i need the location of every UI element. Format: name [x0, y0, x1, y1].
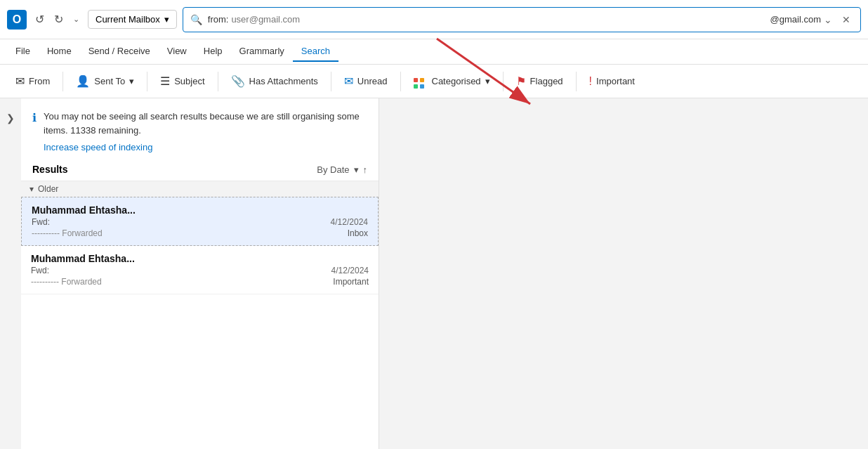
search-icon: 🔍 — [190, 14, 202, 25]
attachment-icon: 📎 — [231, 74, 245, 88]
has-attachments-label: Has Attachments — [249, 76, 318, 86]
results-label: Results — [32, 164, 68, 175]
email-folder-1: Inbox — [348, 228, 368, 238]
group-collapse-icon: ▾ — [29, 184, 34, 194]
sent-to-person-icon: 👤 — [76, 74, 90, 88]
sent-to-chevron-icon: ▾ — [129, 76, 134, 86]
menu-item-search[interactable]: Search — [293, 41, 338, 62]
categorised-chevron-icon: ▾ — [485, 76, 490, 86]
search-close-button[interactable]: ✕ — [839, 13, 853, 27]
email-preview-2: ---------- Forwarded — [31, 277, 102, 287]
menu-item-view[interactable]: View — [159, 41, 195, 62]
results-header: Results By Date ▾ ↑ — [21, 158, 379, 181]
subject-label: Subject — [174, 76, 204, 86]
email-date-1: 4/12/2024 — [331, 217, 368, 227]
menu-item-file[interactable]: File — [7, 41, 39, 62]
search-email-suffix: @gmail.com — [770, 14, 821, 25]
from-label: From — [29, 76, 50, 86]
search-input[interactable] — [231, 14, 770, 25]
divider-3 — [218, 72, 218, 91]
info-circle-icon: ℹ — [32, 111, 37, 124]
top-bar-actions: ↺ ↻ ⌄ — [32, 10, 82, 29]
email-subject-2: Fwd: — [31, 266, 49, 275]
top-bar: O ↺ ↻ ⌄ Current Mailbox ▾ 🔍 from: @gmail… — [0, 0, 868, 39]
left-panel: ℹ You may not be seeing all search resul… — [21, 98, 379, 449]
mailbox-dropdown-button[interactable]: Current Mailbox ▾ — [88, 10, 177, 29]
unread-envelope-icon: ✉ — [344, 74, 353, 88]
flagged-label: Flagged — [530, 76, 563, 86]
important-filter-button[interactable]: ! Important — [582, 71, 642, 92]
email-subject-1: Fwd: — [32, 217, 50, 227]
main-content: ❯ ℹ You may not be seeing all search res… — [0, 98, 868, 449]
divider-1 — [63, 72, 63, 91]
divider-4 — [331, 72, 331, 91]
flagged-filter-button[interactable]: ⚑ Flagged — [509, 70, 570, 92]
categorised-grid-icon — [414, 74, 425, 89]
attachments-filter-button[interactable]: 📎 Has Attachments — [224, 70, 325, 92]
from-envelope-icon: ✉ — [15, 74, 25, 88]
flagged-flag-icon: ⚑ — [516, 74, 526, 88]
menu-bar: File Home Send / Receive View Help Gramm… — [0, 39, 868, 65]
important-label: Important — [596, 76, 635, 86]
subject-lines-icon: ☰ — [160, 74, 170, 88]
search-end-actions: ⌄ ✕ — [821, 13, 853, 27]
important-exclamation-icon: ! — [589, 75, 592, 88]
info-message: You may not be seeing all search results… — [44, 110, 367, 137]
filter-bar: ✉ From 👤 Sent To ▾ ☰ Subject 📎 Has Attac… — [0, 65, 868, 98]
group-label: Older — [38, 184, 58, 194]
email-date-2: 4/12/2024 — [331, 266, 369, 275]
divider-2 — [147, 72, 147, 91]
email-sender-1: Muhammad Ehtasha... — [32, 204, 368, 216]
menu-item-grammarly[interactable]: Grammarly — [231, 41, 293, 62]
menu-item-help[interactable]: Help — [195, 41, 231, 62]
sort-group[interactable]: By Date ▾ ↑ — [317, 164, 367, 175]
sent-to-filter-button[interactable]: 👤 Sent To ▾ — [69, 70, 141, 92]
search-expand-button[interactable]: ⌄ — [821, 13, 835, 27]
sidebar-toggle-button[interactable]: ❯ — [0, 98, 21, 449]
email-item-2[interactable]: Muhammad Ehtasha... Fwd: 4/12/2024 -----… — [21, 246, 379, 294]
divider-6 — [503, 72, 504, 91]
divider-5 — [400, 72, 401, 91]
unread-filter-button[interactable]: ✉ Unread — [337, 70, 395, 92]
mailbox-chevron-icon: ▾ — [164, 14, 169, 25]
unread-label: Unread — [357, 76, 388, 86]
categorised-filter-button[interactable]: Categorised ▾ — [407, 70, 497, 93]
sort-chevron-icon: ▾ — [354, 164, 359, 175]
app-icon: O — [7, 10, 27, 30]
subject-filter-button[interactable]: ☰ Subject — [153, 70, 211, 92]
more-button[interactable]: ⌄ — [70, 12, 82, 27]
info-box: ℹ You may not be seeing all search resul… — [32, 110, 367, 152]
mailbox-label: Current Mailbox — [96, 14, 160, 25]
search-prefix: from: — [208, 14, 229, 25]
email-sender-2: Muhammad Ehtasha... — [31, 253, 369, 264]
email-item-1[interactable]: Muhammad Ehtasha... Fwd: 4/12/2024 -----… — [21, 197, 379, 246]
right-panel — [379, 98, 868, 449]
menu-item-send-receive[interactable]: Send / Receive — [80, 41, 159, 62]
undo-button[interactable]: ↺ — [32, 10, 47, 29]
sent-to-label: Sent To — [94, 76, 125, 86]
redo-button[interactable]: ↻ — [51, 10, 66, 29]
sort-direction-icon[interactable]: ↑ — [363, 164, 368, 175]
email-preview-1: ---------- Forwarded — [32, 228, 103, 238]
group-header-older[interactable]: ▾ Older — [21, 181, 379, 197]
increase-speed-link[interactable]: Increase speed of indexing — [44, 142, 152, 152]
from-filter-button[interactable]: ✉ From — [8, 70, 57, 92]
email-folder-2: Important — [333, 277, 369, 287]
categorised-label: Categorised — [432, 76, 481, 86]
divider-7 — [576, 72, 577, 91]
search-bar: 🔍 from: @gmail.com ⌄ ✕ — [183, 7, 861, 32]
sort-label: By Date — [317, 164, 349, 175]
menu-item-home[interactable]: Home — [39, 41, 80, 62]
